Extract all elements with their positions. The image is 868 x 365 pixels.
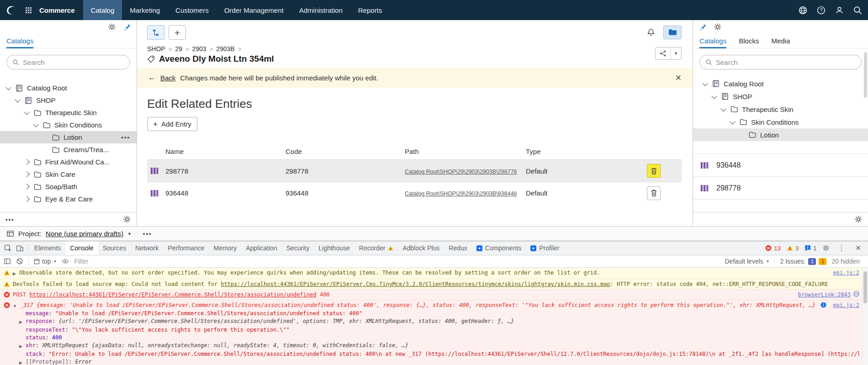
add-entry-button[interactable]: + Add Entry <box>147 117 197 131</box>
panel-menu-button[interactable]: ••• <box>5 216 15 223</box>
project-selector-link[interactable]: None (use primary drafts) <box>46 230 123 238</box>
chevron-down-icon[interactable] <box>711 93 717 99</box>
new-item-button[interactable]: + <box>169 25 186 40</box>
search-icon[interactable] <box>853 5 863 15</box>
devtools-tab-memory[interactable]: Memory <box>209 241 242 255</box>
info-icon[interactable] <box>820 302 826 308</box>
chevron-right-icon[interactable] <box>24 184 30 190</box>
episerver-logo-icon[interactable] <box>0 0 21 20</box>
chevron-right-icon[interactable] <box>24 171 30 177</box>
tab-media[interactable]: Media <box>771 34 790 48</box>
chevron-down-icon[interactable] <box>720 106 726 111</box>
pin-icon[interactable] <box>123 23 131 31</box>
close-icon[interactable]: ✕ <box>675 73 682 83</box>
nav-item-reports[interactable]: Reports <box>350 0 390 20</box>
hidden-messages-label[interactable]: 20 hidden <box>831 258 860 265</box>
devtools-tab-network[interactable]: Network <box>131 241 163 255</box>
devtools-tab-elements[interactable]: Elements <box>30 241 65 255</box>
inspect-element-icon[interactable] <box>2 241 14 255</box>
delete-entry-button[interactable] <box>647 186 661 200</box>
gear-icon[interactable] <box>123 215 131 223</box>
tree-item-skin-conditions[interactable]: Skin Conditions <box>693 116 868 128</box>
nav-item-marketing[interactable]: Marketing <box>122 0 168 20</box>
search-input[interactable] <box>716 58 856 66</box>
tree-item-catalog-root[interactable]: Catalog Root <box>0 82 137 94</box>
close-icon[interactable]: ✕ <box>853 244 863 252</box>
kebab-menu-icon[interactable]: ⋮ <box>836 244 847 252</box>
device-toolbar-icon[interactable] <box>14 241 26 255</box>
chevron-down-icon[interactable] <box>702 80 708 86</box>
chevron-down-icon[interactable]: ▼ <box>127 232 132 236</box>
devtools-tab-redux[interactable]: Redux <box>444 241 471 255</box>
chevron-down-icon[interactable] <box>15 97 21 103</box>
gear-icon[interactable] <box>714 23 722 31</box>
tree-item-soap-bath[interactable]: Soap/Bath <box>0 180 137 193</box>
javascript-context-selector[interactable]: top ▼ <box>34 258 57 265</box>
notifications-bell-icon[interactable] <box>646 28 656 37</box>
devtools-tab-lighthouse[interactable]: Lighthouse <box>314 241 355 255</box>
tree-item-shop[interactable]: SHOP <box>0 94 137 106</box>
live-expression-eye-icon[interactable] <box>62 258 69 265</box>
console-source-link[interactable]: browserLink:2843 <box>798 291 851 298</box>
assets-folder-button[interactable] <box>663 26 682 39</box>
entry-path-link[interactable]: Catalog Root\SHOP\29\2903\2903B\936448 <box>405 190 517 197</box>
breadcrumb-item[interactable]: 29 <box>175 45 192 53</box>
devtools-tab-application[interactable]: Application <box>241 241 282 255</box>
chevron-right-icon[interactable] <box>24 196 30 202</box>
devtools-tab-performance[interactable]: Performance <box>163 241 209 255</box>
help-icon[interactable] <box>816 5 826 15</box>
expand-arrow-icon[interactable]: ▶ <box>19 343 26 350</box>
tree-item-skin-care[interactable]: Skin Care <box>0 168 137 180</box>
share-options-button[interactable]: ▼ <box>655 47 682 60</box>
devtools-tab-recorder[interactable]: Recorder <box>355 241 398 255</box>
tab-catalogs[interactable]: Catalogs <box>6 34 33 48</box>
request-url-link[interactable]: https://localhost:44361/EPiServer/EPiSer… <box>29 291 317 298</box>
console-source-link[interactable]: epi.js:2 <box>833 302 859 309</box>
globe-icon[interactable] <box>798 5 808 15</box>
back-link[interactable]: Back <box>160 74 175 82</box>
breadcrumb-item[interactable]: 2903 <box>192 45 216 53</box>
pin-icon[interactable] <box>699 23 707 31</box>
tab-catalogs[interactable]: Catalogs <box>699 34 726 48</box>
tree-item-lotion[interactable]: Lotion ••• <box>0 131 137 143</box>
user-icon[interactable] <box>835 5 844 15</box>
nav-item-order-management[interactable]: Order Management <box>217 0 291 20</box>
devtools-tab-components[interactable]: Components <box>472 241 526 255</box>
breadcrumb-item[interactable]: 2903B <box>216 45 244 53</box>
error-count[interactable]: 13 <box>765 245 780 252</box>
warning-count[interactable]: 3 <box>787 245 799 252</box>
expand-arrow-icon[interactable]: ▶ <box>19 359 26 365</box>
chevron-down-icon[interactable] <box>33 122 39 127</box>
delete-entry-button[interactable] <box>647 164 661 178</box>
issues-chip[interactable]: 2 Issues: 1 1 <box>780 258 826 265</box>
expand-arrow-icon[interactable]: ▶ <box>13 270 16 277</box>
tree-item-shop[interactable]: SHOP <box>693 90 868 103</box>
expand-arrow-icon[interactable]: ▶ <box>19 318 26 326</box>
chevron-down-icon[interactable] <box>24 109 30 115</box>
sourcemap-url-link[interactable]: https://localhost:44361/EPiServer/EPiSer… <box>221 281 610 287</box>
devtools-tab-adblock-plus[interactable]: Adblock Plus <box>398 241 444 255</box>
clear-console-icon[interactable] <box>16 258 23 265</box>
tree-item-skin-conditions[interactable]: Skin Conditions <box>0 119 137 131</box>
nav-item-customers[interactable]: Customers <box>168 0 217 20</box>
apps-grid-icon[interactable] <box>21 0 36 20</box>
gear-icon[interactable] <box>108 23 116 31</box>
list-item[interactable]: 936448 <box>693 154 868 177</box>
table-row[interactable]: 936448 936448 Catalog Root\SHOP\29\2903\… <box>147 182 682 204</box>
project-menu-button[interactable]: ••• <box>143 230 152 237</box>
log-levels-selector[interactable]: Default levels ▼ <box>725 258 769 265</box>
toggle-tree-view-button[interactable] <box>147 25 164 40</box>
tree-item-eye-ear-care[interactable]: Eye & Ear Care <box>0 193 137 205</box>
breadcrumb-item[interactable]: SHOP <box>147 45 175 53</box>
tree-item-lotion[interactable]: Lotion <box>693 128 868 141</box>
entry-path-link[interactable]: Catalog Root\SHOP\29\2903\2903B\298778 <box>405 169 517 175</box>
devtools-tab-security[interactable]: Security <box>282 241 314 255</box>
nav-item-catalog[interactable]: Catalog <box>83 0 122 20</box>
gear-icon[interactable] <box>822 244 830 252</box>
search-input[interactable] <box>23 58 124 66</box>
tree-item-therapeutic-skin[interactable]: Therapeutic Skin <box>693 103 868 116</box>
scrollbar-thumb[interactable] <box>863 271 867 303</box>
devtools-tab-profiler[interactable]: Profiler <box>526 241 564 255</box>
tree-item-first-aid[interactable]: First Aid/Wound Ca... <box>0 156 137 168</box>
chevron-right-icon[interactable] <box>24 159 30 165</box>
